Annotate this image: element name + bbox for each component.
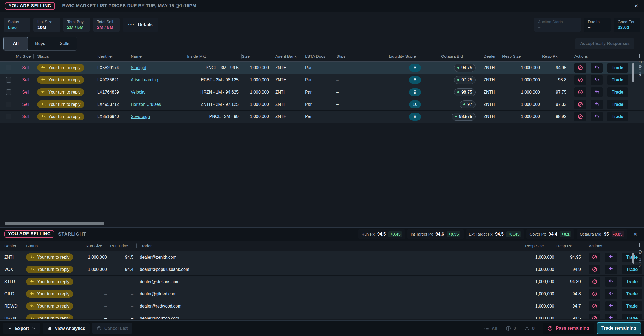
col-run-price[interactable]: Run Price bbox=[110, 243, 137, 248]
table-row[interactable]: Sell Your turn to reply LX1764839 Veloci… bbox=[0, 86, 644, 98]
tab-all[interactable]: All bbox=[3, 37, 28, 50]
trade-button[interactable]: Trade bbox=[607, 63, 628, 73]
pass-button[interactable] bbox=[589, 253, 600, 262]
dealer-row[interactable]: RDWD Your turn to reply – – dealer@redwo… bbox=[0, 300, 644, 312]
vertical-scrollbar-thumb[interactable] bbox=[632, 253, 634, 264]
details-button[interactable]: ··· Details bbox=[123, 18, 158, 32]
tab-buys[interactable]: Buys bbox=[28, 37, 52, 50]
pass-button[interactable] bbox=[589, 289, 600, 299]
columns-panel-icon[interactable] bbox=[637, 53, 642, 58]
horizontal-scrollbar-thumb[interactable] bbox=[5, 222, 104, 225]
col-status[interactable]: Status bbox=[33, 54, 95, 59]
view-all-toggle[interactable]: All bbox=[484, 326, 497, 331]
col-run-size[interactable]: Run Size bbox=[86, 243, 110, 248]
pass-button[interactable] bbox=[574, 100, 586, 109]
row-checkbox[interactable] bbox=[0, 111, 16, 123]
row-checkbox[interactable] bbox=[0, 62, 16, 74]
vertical-scrollbar-thumb[interactable] bbox=[632, 63, 634, 82]
table-row[interactable]: Sell Your turn to reply LX4953712 Horizo… bbox=[0, 98, 644, 111]
col-agent-bank[interactable]: Agent Bank bbox=[272, 54, 302, 59]
close-icon[interactable]: × bbox=[633, 3, 639, 9]
undo-button[interactable] bbox=[591, 87, 603, 97]
price-chip: Octaura Mid 95 -0.05 bbox=[577, 229, 627, 239]
octaura-bid-pill[interactable]: 97 bbox=[460, 100, 476, 108]
trade-button[interactable]: Trade bbox=[607, 100, 628, 109]
security-name-link[interactable]: Sovereign bbox=[131, 114, 150, 119]
columns-rail-label[interactable]: Columns bbox=[638, 250, 643, 267]
octaura-bid-pill[interactable]: 94.75 bbox=[454, 64, 476, 72]
pass-button[interactable] bbox=[574, 75, 586, 85]
trader-cell: dealer@gilded.com bbox=[137, 288, 193, 300]
col-resp-size-detail[interactable]: Resp Size bbox=[525, 243, 556, 248]
export-button[interactable]: Export bbox=[3, 323, 40, 334]
col-size[interactable]: Size bbox=[242, 54, 272, 59]
security-name-link[interactable]: Starlight bbox=[131, 65, 146, 70]
col-resp-px-detail[interactable]: Resp Px bbox=[556, 243, 583, 248]
pass-button[interactable] bbox=[589, 265, 600, 274]
tab-sells[interactable]: Sells bbox=[52, 37, 77, 50]
dealer-row[interactable]: STLR Your turn to reply – – dealer@stell… bbox=[0, 276, 644, 288]
detail-close-icon[interactable]: × bbox=[631, 231, 640, 238]
trade-button[interactable]: Trade bbox=[607, 112, 628, 121]
undo-button[interactable] bbox=[591, 75, 603, 85]
undo-button[interactable] bbox=[591, 63, 603, 73]
pass-button[interactable] bbox=[574, 63, 586, 73]
pass-button[interactable] bbox=[589, 314, 600, 319]
trade-button[interactable]: Trade bbox=[607, 75, 628, 85]
table-row[interactable]: Sell Your turn to reply LX8516940 Sovere… bbox=[0, 111, 644, 123]
dealer-row[interactable]: VOX Your turn to reply 1,000,000 94.4 de… bbox=[0, 263, 644, 276]
undo-button[interactable] bbox=[605, 265, 617, 274]
cancel-list-button[interactable]: Cancel List bbox=[92, 323, 132, 334]
undo-button[interactable] bbox=[605, 301, 617, 311]
undo-button[interactable] bbox=[605, 277, 617, 287]
col-my-side[interactable]: My Side bbox=[16, 54, 33, 59]
dealer-row[interactable]: GILD Your turn to reply – – dealer@gilde… bbox=[0, 288, 644, 300]
pass-button[interactable] bbox=[574, 87, 586, 97]
col-status-detail[interactable]: Status bbox=[24, 243, 86, 248]
col-liquidity-score[interactable]: Liquidity Score bbox=[389, 54, 441, 59]
select-all-checkbox[interactable] bbox=[0, 54, 16, 59]
pass-button[interactable] bbox=[589, 277, 600, 287]
trade-remaining-button[interactable]: Trade remaining bbox=[597, 322, 641, 334]
undo-button[interactable] bbox=[591, 100, 603, 109]
security-name-link[interactable]: Horizon Cruises bbox=[131, 102, 161, 107]
accept-early-responses-button[interactable]: Accept Early Responses bbox=[575, 38, 634, 49]
view-analytics-button[interactable]: View Analytics bbox=[43, 323, 90, 334]
col-resp-px[interactable]: Resp Px bbox=[542, 54, 569, 59]
octaura-bid-pill[interactable]: 97.25 bbox=[454, 76, 476, 84]
undo-button[interactable] bbox=[591, 112, 603, 121]
undo-button[interactable] bbox=[605, 253, 617, 262]
pass-button[interactable] bbox=[589, 301, 600, 311]
octaura-bid-pill[interactable]: 98.75 bbox=[454, 88, 476, 96]
dealer-row[interactable]: ZNTH Your turn to reply 1,000,000 94.5 d… bbox=[0, 251, 644, 263]
chevron-down-icon bbox=[32, 326, 36, 330]
col-octaura-bid[interactable]: Octaura Bid bbox=[441, 54, 480, 59]
table-row[interactable]: Sell Your turn to reply LX5829174 Starli… bbox=[0, 62, 644, 74]
col-stips[interactable]: Stips bbox=[333, 54, 389, 59]
col-name[interactable]: Name bbox=[128, 54, 187, 59]
col-dealer[interactable]: Dealer bbox=[480, 54, 502, 59]
table-row[interactable]: Sell Your turn to reply LX9035621 Arise … bbox=[0, 74, 644, 86]
row-checkbox[interactable] bbox=[0, 98, 16, 110]
row-checkbox[interactable] bbox=[0, 74, 16, 86]
col-dealer-detail[interactable]: Dealer bbox=[0, 243, 24, 248]
col-trader[interactable]: Trader bbox=[137, 243, 193, 248]
columns-rail-label[interactable]: Columns bbox=[638, 61, 643, 77]
row-checkbox[interactable] bbox=[0, 86, 16, 98]
stips-cell: – bbox=[333, 111, 389, 123]
col-resp-size[interactable]: Resp Size bbox=[502, 54, 542, 59]
dealer-row[interactable]: HRZN Your turn to reply – – dealer@horiz… bbox=[0, 312, 644, 319]
col-inside-mkt[interactable]: Inside Mkt bbox=[187, 54, 242, 59]
trade-button[interactable]: Trade bbox=[607, 87, 628, 97]
undo-button[interactable] bbox=[605, 289, 617, 299]
security-name-link[interactable]: Arise Learning bbox=[131, 78, 158, 82]
columns-panel-icon[interactable] bbox=[637, 243, 642, 248]
actions-cell: Trade bbox=[569, 111, 630, 123]
col-identifier[interactable]: Identifier bbox=[95, 54, 128, 59]
octaura-bid-pill[interactable]: 98.875 bbox=[452, 113, 476, 121]
col-lsta-docs[interactable]: LSTA Docs bbox=[302, 54, 333, 59]
pass-button[interactable] bbox=[574, 112, 586, 121]
pass-remaining-button[interactable]: Pass remaining bbox=[543, 323, 594, 334]
security-name-link[interactable]: Velocity bbox=[131, 90, 145, 95]
undo-button[interactable] bbox=[605, 314, 617, 319]
